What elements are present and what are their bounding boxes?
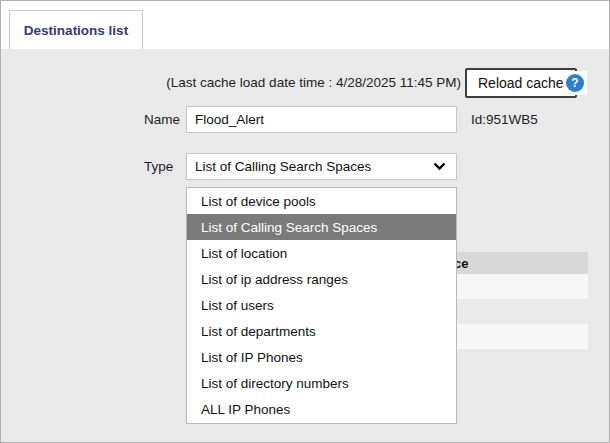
type-select[interactable]: List of Calling Search Spaces	[186, 153, 457, 180]
dropdown-option[interactable]: List of ip address ranges	[187, 266, 456, 292]
name-label: Name	[144, 112, 180, 127]
dropdown-option[interactable]: List of directory numbers	[187, 371, 456, 397]
help-button[interactable]: ?	[563, 71, 587, 95]
cache-status-text: (Last cache load date time : 4/28/2025 1…	[1, 75, 461, 90]
dropdown-option[interactable]: List of device pools	[187, 188, 456, 214]
dropdown-option[interactable]: List of departments	[187, 319, 456, 345]
dropdown-option[interactable]: List of location	[187, 240, 456, 266]
tab-bar: Destinations list	[1, 1, 609, 49]
record-id: Id:951WB5	[471, 112, 538, 127]
help-icon: ?	[566, 74, 584, 92]
name-input[interactable]	[186, 106, 457, 133]
dropdown-option[interactable]: ALL IP Phones	[187, 397, 456, 423]
reload-cache-button[interactable]: Reload cache	[465, 68, 577, 98]
type-select-value: List of Calling Search Spaces	[195, 159, 433, 174]
dropdown-option[interactable]: List of IP Phones	[187, 345, 456, 371]
dropdown-option[interactable]: List of users	[187, 292, 456, 318]
tab-label: Destinations list	[24, 23, 128, 38]
dropdown-option-selected[interactable]: List of Calling Search Spaces	[187, 214, 456, 240]
type-dropdown: List of device pools List of Calling Sea…	[186, 187, 457, 424]
type-label: Type	[144, 159, 173, 174]
destinations-page: Destinations list (Last cache load date …	[0, 0, 610, 443]
tab-destinations-list[interactable]: Destinations list	[9, 10, 143, 49]
content-area: (Last cache load date time : 4/28/2025 1…	[1, 49, 609, 442]
chevron-down-icon	[433, 162, 446, 171]
